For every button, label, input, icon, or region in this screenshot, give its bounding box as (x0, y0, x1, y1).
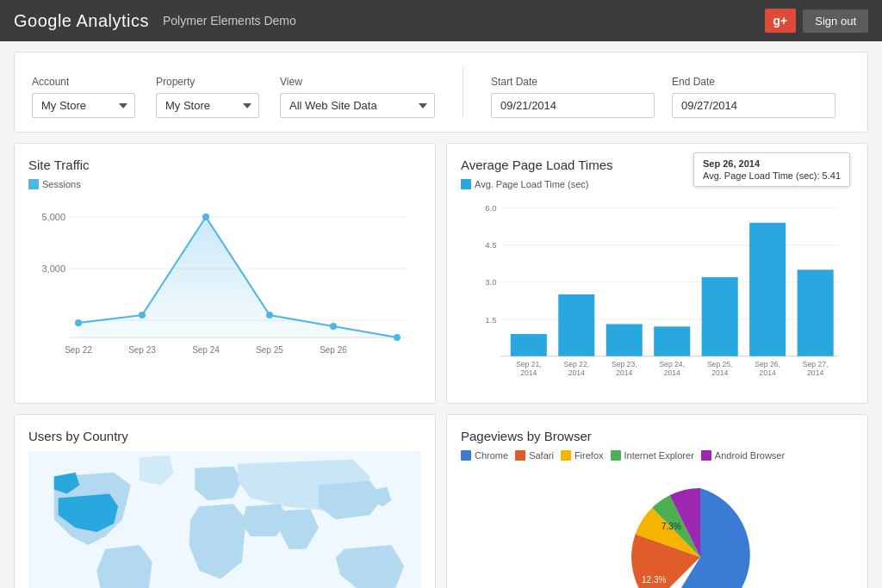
svg-text:Sep 23,: Sep 23, (612, 360, 637, 368)
pageviews-title: Pageviews by Browser (461, 429, 854, 443)
app-title: Google Analytics (14, 11, 149, 31)
data-point (75, 319, 82, 326)
property-select[interactable]: My Store (156, 93, 259, 118)
pie-chart-area: 7.3% 12.3% (461, 471, 854, 588)
browser-legend: Chrome Safari Firefox Internet Explorer … (461, 450, 854, 461)
firefox-legend-color (561, 450, 571, 461)
chrome-legend-color (461, 450, 471, 461)
end-date-label: End Date (672, 76, 835, 88)
charts-row-1: Site Traffic Sessions 5,000 3,000 (14, 143, 868, 404)
sessions-legend-item: Sessions (28, 179, 81, 189)
svg-text:6.0: 6.0 (485, 203, 496, 213)
svg-text:2014: 2014 (568, 368, 585, 377)
avg-load-legend-label: Avg. Page Load Time (sec) (475, 179, 588, 189)
property-filter-group: Property My Store (156, 76, 259, 118)
svg-text:Sep 27,: Sep 27, (803, 360, 829, 368)
date-group: Start Date End Date (491, 76, 835, 118)
svg-text:Sep 26,: Sep 26, (755, 360, 780, 368)
data-point (139, 312, 146, 319)
line-chart-svg: 5,000 3,000 (28, 200, 421, 372)
bar-sep27 (798, 269, 834, 356)
svg-text:Sep 24,: Sep 24, (659, 360, 685, 368)
avg-load-legend-item: Avg. Page Load Time (sec) (461, 179, 588, 189)
svg-text:3.0: 3.0 (485, 277, 496, 287)
signout-button[interactable]: Sign out (803, 9, 868, 33)
filter-panel: Account My Store Property My Store View … (14, 52, 868, 133)
bar-sep22 (558, 294, 594, 356)
end-date-group: End Date (672, 76, 835, 118)
bar-chart-svg: 6.0 4.5 3.0 1.5 (461, 200, 854, 389)
account-select[interactable]: My Store (32, 93, 135, 118)
site-traffic-legend: Sessions (28, 179, 421, 189)
bar-sep23 (606, 324, 643, 356)
avg-load-legend-color (461, 179, 471, 189)
android-legend: Android Browser (701, 450, 785, 461)
area-fill (78, 217, 397, 337)
header-actions: g+ Sign out (765, 9, 868, 33)
safari-legend-color (515, 450, 525, 461)
data-point (266, 312, 273, 319)
svg-text:2014: 2014 (520, 368, 537, 377)
page-load-legend: Avg. Page Load Time (sec) (461, 179, 854, 189)
users-by-country-card: Users by Country (14, 414, 436, 588)
android-legend-color (701, 450, 711, 461)
bar-sep26 (749, 223, 786, 356)
page-load-card: Average Page Load Times Avg. Page Load T… (446, 143, 868, 404)
start-date-label: Start Date (491, 76, 655, 88)
property-label: Property (156, 76, 259, 88)
gplus-button[interactable]: g+ (765, 9, 797, 33)
svg-text:2014: 2014 (760, 368, 776, 377)
main-content: Account My Store Property My Store View … (0, 41, 882, 588)
svg-text:3,000: 3,000 (41, 263, 65, 274)
svg-text:Sep 25,: Sep 25, (707, 360, 733, 368)
users-by-country-title: Users by Country (28, 429, 421, 443)
charts-row-2: Users by Country (14, 414, 868, 588)
safari-legend: Safari (515, 450, 554, 461)
end-date-input[interactable] (672, 93, 835, 118)
ie-legend-label: Internet Explorer (624, 450, 694, 461)
pie-chart-svg: 7.3% 12.3% (528, 471, 786, 588)
safari-label: 12.3% (642, 575, 666, 585)
line-chart-area: 5,000 3,000 (28, 200, 421, 372)
world-map-svg (28, 450, 421, 588)
firefox-legend-label: Firefox (575, 450, 604, 461)
x-label: Sep 25 (256, 345, 283, 355)
svg-text:4.5: 4.5 (485, 240, 496, 250)
svg-text:1.5: 1.5 (485, 315, 496, 325)
x-label: Sep 26 (320, 345, 347, 355)
app-header: Google Analytics Polymer Elements Demo g… (0, 0, 882, 41)
bar-sep24 (654, 326, 690, 356)
account-filter-group: Account My Store (32, 76, 135, 118)
pageviews-by-browser-card: Pageviews by Browser Chrome Safari Firef… (446, 414, 868, 588)
site-traffic-title: Site Traffic (28, 158, 421, 172)
chrome-legend-label: Chrome (475, 450, 508, 461)
sessions-legend-label: Sessions (42, 179, 81, 189)
firefox-label: 7.3% (662, 522, 681, 531)
safari-legend-label: Safari (529, 450, 554, 461)
filter-divider (463, 66, 463, 118)
data-point (394, 334, 401, 341)
svg-text:2014: 2014 (664, 368, 680, 377)
ie-legend-color (611, 450, 621, 461)
app-subtitle: Polymer Elements Demo (163, 14, 296, 28)
map-area (28, 450, 421, 588)
south-america (96, 545, 152, 588)
page-load-title: Average Page Load Times (461, 158, 854, 172)
start-date-input[interactable] (491, 93, 655, 118)
ie-legend: Internet Explorer (611, 450, 694, 461)
site-traffic-card: Site Traffic Sessions 5,000 3,000 (14, 143, 436, 404)
data-point (202, 214, 209, 220)
sessions-legend-color (28, 179, 39, 189)
svg-text:2014: 2014 (616, 368, 632, 377)
bar-chart-area: 6.0 4.5 3.0 1.5 (461, 200, 854, 389)
android-legend-label: Android Browser (715, 450, 785, 461)
chrome-legend: Chrome (461, 450, 508, 461)
x-label: Sep 23 (128, 345, 156, 355)
view-select[interactable]: All Web Site Data (280, 93, 435, 118)
svg-text:Sep 22,: Sep 22, (563, 360, 589, 368)
start-date-group: Start Date (491, 76, 655, 118)
firefox-legend: Firefox (561, 450, 604, 461)
svg-text:2014: 2014 (711, 368, 728, 377)
view-filter-group: View All Web Site Data (280, 76, 435, 118)
account-label: Account (32, 76, 135, 88)
